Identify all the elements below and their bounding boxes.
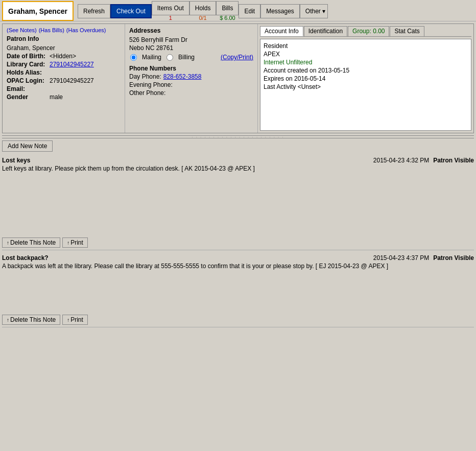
see-notes-flag[interactable]: (See Notes) xyxy=(7,27,37,33)
gender-row: Gender male xyxy=(7,93,121,101)
account-info-box: Resident APEX Internet Unfiltered Accoun… xyxy=(260,39,471,131)
note-2-meta: 2015-04-23 4:37 PM Patron Visible xyxy=(373,254,474,262)
print-arrow-icon: ↑ xyxy=(67,240,69,246)
bills-wrap: Bills $ 6.00 xyxy=(216,1,239,21)
library-card-value[interactable]: 2791042945227 xyxy=(50,61,94,68)
note-1-delete-button[interactable]: ↑ Delete This Note xyxy=(2,238,60,248)
holds-alias-label: Holds Alias: xyxy=(7,69,47,76)
patron-info-panel: (See Notes) (Has Bills) (Has Overdues) P… xyxy=(3,24,125,133)
billing-label: Billing xyxy=(178,54,195,61)
divider-dots: · · · · · · · · · · · · · · · · · · · · … xyxy=(192,135,284,139)
day-phone-row: Day Phone: 828-652-3858 xyxy=(129,73,253,80)
phone-section-title: Phone Numbers xyxy=(129,65,253,72)
patron-detail-section: (See Notes) (Has Bills) (Has Overdues) P… xyxy=(2,23,474,133)
items-out-wrap: Items Out 1 xyxy=(152,1,189,21)
note-1-date: 2015-04-23 4:32 PM xyxy=(373,157,429,164)
note-2-header: Lost backpack? 2015-04-23 4:37 PM Patron… xyxy=(2,254,474,262)
patron-account-panel: Account Info Identification Group: 0.00 … xyxy=(258,24,473,133)
tab-group[interactable]: Group: 0.00 xyxy=(348,26,389,36)
note-2-actions: ↑ Delete This Note ↑ Print xyxy=(2,315,474,325)
delete-arrow-icon: ↑ xyxy=(7,240,9,246)
top-nav: Graham, Spencer Refresh Check Out Items … xyxy=(0,0,476,21)
dob-label: Date of Birth: xyxy=(7,53,47,60)
messages-button[interactable]: Messages xyxy=(260,4,300,18)
notes-section: Add New Note Lost keys 2015-04-23 4:32 P… xyxy=(2,140,474,327)
account-line-apex: APEX xyxy=(264,51,468,58)
holds-button[interactable]: Holds xyxy=(189,1,217,15)
bills-count: $ 6.00 xyxy=(220,15,235,21)
patron-address-panel: Addresses 526 Berryhill Farm Dr Nebo NC … xyxy=(125,24,258,133)
patron-flags: (See Notes) (Has Bills) (Has Overdues) xyxy=(7,27,121,33)
edit-button[interactable]: Edit xyxy=(239,4,260,18)
opac-login-row: OPAC Login: 2791042945227 xyxy=(7,77,121,84)
patron-name: Graham, Spencer xyxy=(8,7,67,15)
opac-login-label: OPAC Login: xyxy=(7,77,47,84)
account-tabs: Account Info Identification Group: 0.00 … xyxy=(260,26,471,37)
dob-row: Date of Birth: <Hidden> xyxy=(7,53,121,60)
other-phone-label: Other Phone: xyxy=(129,89,165,97)
evening-phone-label: Evening Phone: xyxy=(129,81,173,88)
patron-info-title: Patron Info xyxy=(7,35,121,42)
holds-alias-row: Holds Alias: xyxy=(7,69,121,76)
nav-buttons: Refresh Check Out Items Out 1 Holds 0/1 … xyxy=(78,1,328,21)
items-out-button[interactable]: Items Out xyxy=(152,1,189,15)
note-card-1: Lost keys 2015-04-23 4:32 PM Patron Visi… xyxy=(2,155,474,250)
account-line-created: Account created on 2013-05-15 xyxy=(264,67,468,74)
note-2-title: Lost backpack? xyxy=(2,254,49,262)
opac-login-value: 2791042945227 xyxy=(50,77,94,84)
copy-print-link[interactable]: (Copy/Print) xyxy=(221,54,253,61)
note-1-meta: 2015-04-23 4:32 PM Patron Visible xyxy=(373,157,474,164)
note-2-delete-button[interactable]: ↑ Delete This Note xyxy=(2,315,60,325)
note-2-print-button[interactable]: ↑ Print xyxy=(62,315,88,325)
add-new-note-button[interactable]: Add New Note xyxy=(2,140,53,152)
note-2-visibility: Patron Visible xyxy=(433,254,474,262)
holds-count: 0/1 xyxy=(199,15,206,21)
note-1-visibility: Patron Visible xyxy=(433,157,474,164)
mailing-label: Mailing xyxy=(142,54,161,61)
email-label: Email: xyxy=(7,85,47,92)
note-1-header: Lost keys 2015-04-23 4:32 PM Patron Visi… xyxy=(2,157,474,164)
note-card-2: Lost backpack? 2015-04-23 4:37 PM Patron… xyxy=(2,252,474,327)
day-phone-label: Day Phone: xyxy=(129,73,161,80)
print-arrow-2-icon: ↑ xyxy=(67,317,69,323)
has-overdues-flag[interactable]: (Has Overdues) xyxy=(66,27,106,33)
patron-name-box: Graham, Spencer xyxy=(2,1,74,21)
divider: · · · · · · · · · · · · · · · · · · · · … xyxy=(2,135,474,138)
holds-wrap: Holds 0/1 xyxy=(189,1,217,21)
tab-account-info[interactable]: Account Info xyxy=(260,26,303,36)
mailing-radio[interactable] xyxy=(130,54,137,61)
note-1-actions: ↑ Delete This Note ↑ Print xyxy=(2,238,474,248)
has-bills-flag[interactable]: (Has Bills) xyxy=(39,27,64,33)
note-1-print-button[interactable]: ↑ Print xyxy=(62,238,88,248)
note-2-date: 2015-04-23 4:37 PM xyxy=(373,254,429,262)
account-line-expires: Expires on 2016-05-14 xyxy=(264,75,468,82)
day-phone-value[interactable]: 828-652-3858 xyxy=(163,73,202,80)
note-2-spacer xyxy=(2,272,474,313)
library-card-row: Library Card: 2791042945227 xyxy=(7,61,121,68)
email-row: Email: xyxy=(7,85,121,92)
patron-full-name: Graham, Spencer xyxy=(7,44,55,52)
tab-identification[interactable]: Identification xyxy=(304,26,347,36)
library-card-label: Library Card: xyxy=(7,61,47,68)
billing-radio[interactable] xyxy=(166,54,173,61)
account-line-activity: Last Activity <Unset> xyxy=(264,83,468,90)
account-line-resident: Resident xyxy=(264,42,468,50)
refresh-button[interactable]: Refresh xyxy=(78,4,110,18)
gender-label: Gender xyxy=(7,93,47,101)
address-city-state-zip: Nebo NC 28761 xyxy=(129,44,253,52)
note-1-title: Lost keys xyxy=(2,157,30,164)
gender-value: male xyxy=(50,93,63,101)
dob-value: <Hidden> xyxy=(50,53,76,60)
phone-section: Phone Numbers Day Phone: 828-652-3858 Ev… xyxy=(129,65,253,97)
note-1-spacer xyxy=(2,174,474,235)
other-button[interactable]: Other ▾ xyxy=(300,4,328,18)
checkout-button[interactable]: Check Out xyxy=(110,4,152,18)
other-phone-row: Other Phone: xyxy=(129,89,253,97)
addresses-title: Addresses xyxy=(129,27,253,34)
tab-stat-cats[interactable]: Stat Cats xyxy=(390,26,424,36)
bills-button[interactable]: Bills xyxy=(216,1,239,15)
address-radio-row: Mailing Billing (Copy/Print) xyxy=(129,54,253,61)
account-line-internet: Internet Unfiltered xyxy=(264,59,468,66)
delete-arrow-2-icon: ↑ xyxy=(7,317,9,323)
note-2-body: A backpack was left at the library. Plea… xyxy=(2,263,474,270)
